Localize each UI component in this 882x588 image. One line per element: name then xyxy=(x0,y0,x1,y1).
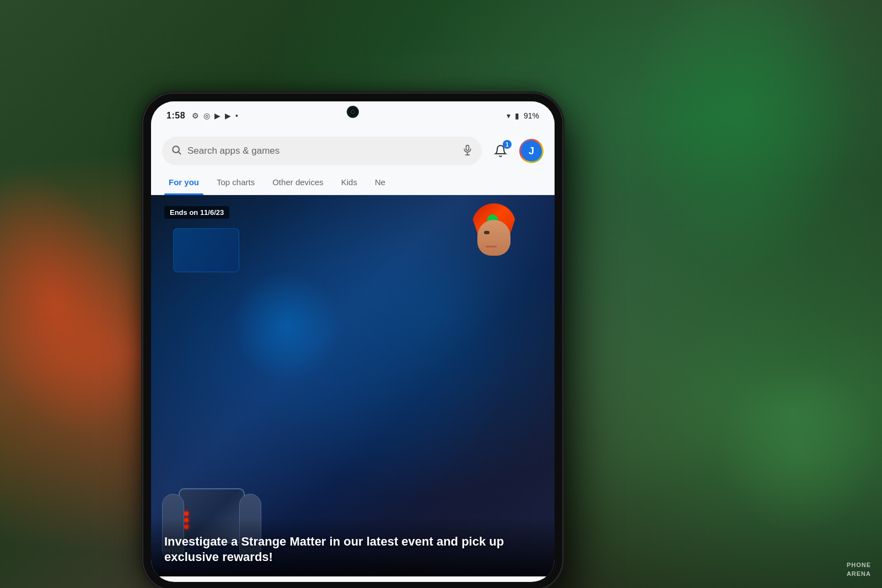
search-placeholder-text: Search apps & games xyxy=(187,145,456,157)
bg-blob-green-bottom xyxy=(717,368,882,533)
camera-lens xyxy=(351,110,355,114)
dot-icon: • xyxy=(235,111,238,120)
watermark-line1: PHONE xyxy=(847,561,871,569)
tab-other-devices[interactable]: Other devices xyxy=(263,170,332,195)
mic-icon[interactable] xyxy=(462,144,473,158)
settings-icon: ⚙ xyxy=(192,111,199,120)
search-icon xyxy=(171,144,182,158)
check-circle-icon: ◎ xyxy=(203,111,210,120)
navigation-tabs: For you Top charts Other devices Kids Ne xyxy=(151,170,555,195)
character-head xyxy=(466,203,521,269)
svg-rect-2 xyxy=(466,145,469,150)
character-eye xyxy=(484,231,490,234)
tab-ne[interactable]: Ne xyxy=(366,170,394,195)
phone-screen: 1:58 ⚙ ◎ ▶ ▶ • xyxy=(151,101,555,582)
status-time: 1:58 xyxy=(166,111,185,121)
user-avatar[interactable]: J xyxy=(519,139,544,163)
status-icons: ⚙ ◎ ▶ ▶ • xyxy=(192,111,238,120)
content-area: Ends on 11/6/23 Investigate a Strange Ma… xyxy=(151,195,555,576)
battery-icon: ▮ xyxy=(515,111,519,120)
tab-top-charts[interactable]: Top charts xyxy=(208,170,263,195)
search-row: Search apps & games xyxy=(162,137,544,165)
tab-kids[interactable]: Kids xyxy=(332,170,366,195)
hud-element xyxy=(173,228,239,272)
mech-dot-1 xyxy=(184,511,189,516)
glow-effect xyxy=(232,271,342,381)
avatar-letter: J xyxy=(521,141,542,161)
watermark: PHONE ARENA xyxy=(847,561,871,578)
character-face xyxy=(477,220,510,256)
notification-button[interactable]: 1 xyxy=(488,139,513,163)
game-banner[interactable]: Ends on 11/6/23 Investigate a Strange Ma… xyxy=(151,195,555,576)
phone-body: 1:58 ⚙ ◎ ▶ ▶ • xyxy=(143,94,562,588)
status-left: 1:58 ⚙ ◎ ▶ ▶ • xyxy=(166,111,238,121)
banner-text-area: Investigate a Strange Matter in our late… xyxy=(151,517,555,576)
search-area: Search apps & games xyxy=(151,130,555,170)
wifi-icon: ▾ xyxy=(507,111,510,120)
search-bar[interactable]: Search apps & games xyxy=(162,137,482,165)
banner-title: Investigate a Strange Matter in our late… xyxy=(164,534,541,565)
youtube-icon: ▶ xyxy=(214,111,220,120)
tab-for-you[interactable]: For you xyxy=(160,170,208,195)
notification-badge: 1 xyxy=(503,140,512,149)
front-camera xyxy=(348,107,358,117)
status-right: ▾ ▮ 91% xyxy=(507,111,539,120)
youtube-icon-2: ▶ xyxy=(225,111,231,120)
svg-line-1 xyxy=(179,152,181,154)
bg-blob-green-top xyxy=(634,0,854,276)
battery-percent: 91% xyxy=(524,111,539,120)
watermark-line2: ARENA xyxy=(847,570,871,578)
phone-device: 1:58 ⚙ ◎ ▶ ▶ • xyxy=(143,94,562,588)
banner-end-date: Ends on 11/6/23 xyxy=(164,206,229,219)
character-mouth xyxy=(486,246,497,247)
